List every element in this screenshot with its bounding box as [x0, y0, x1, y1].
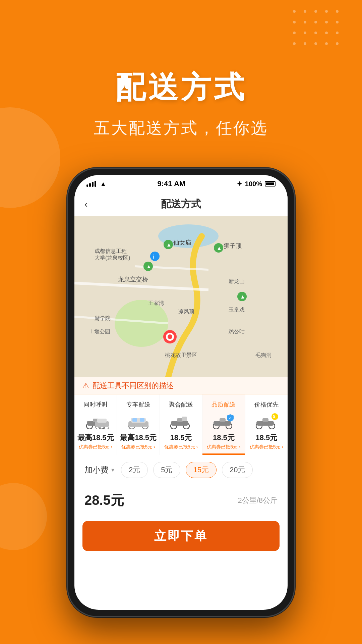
- phone-outer-shell: ▲ 9:41 AM ✦ 100% ‹ 配送方式: [67, 168, 295, 617]
- svg-point-30: [150, 252, 160, 261]
- svg-text:▲: ▲: [240, 294, 245, 300]
- tab-3-icon: [168, 412, 194, 430]
- tab-4-price: 18.5元: [213, 433, 235, 443]
- back-button[interactable]: ‹: [84, 199, 98, 210]
- phone-screen: ▲ 9:41 AM ✦ 100% ‹ 配送方式: [74, 175, 288, 610]
- svg-text:新龙山: 新龙山: [229, 278, 245, 284]
- svg-rect-55: [220, 418, 226, 422]
- nav-bar: ‹ 配送方式: [74, 193, 288, 216]
- tab-3-coupon: 优惠券已抵5元 ›: [164, 444, 198, 450]
- delivery-tabs: 同时呼叫: [74, 394, 288, 455]
- svg-text:狮子顶: 狮子顶: [224, 243, 242, 249]
- addon-pill-5[interactable]: 5元: [153, 462, 180, 478]
- tab-2-price: 最高18.5元: [120, 433, 157, 443]
- tab-1-coupon: 优惠券已抵5元 ›: [79, 444, 112, 450]
- total-price: 28.5元: [84, 491, 124, 509]
- svg-text:毛狗洞: 毛狗洞: [255, 352, 272, 358]
- main-title: 配送方式: [0, 67, 362, 108]
- tab-1-icon: [82, 412, 109, 430]
- status-left: ▲: [86, 180, 106, 187]
- addon-label: 加小费 ▾: [84, 465, 114, 475]
- wifi-icon: ▲: [100, 180, 106, 187]
- svg-text:鸡公咕: 鸡公咕: [228, 329, 245, 334]
- svg-text:仙女庙: 仙女庙: [173, 239, 191, 246]
- tab-2-coupon: 优惠券已抵5元 ›: [121, 444, 155, 450]
- svg-rect-45: [132, 418, 137, 422]
- phone-mockup: ▲ 9:41 AM ✦ 100% ‹ 配送方式: [67, 168, 295, 617]
- svg-rect-59: [256, 421, 274, 426]
- svg-rect-54: [214, 421, 231, 426]
- tab-quality[interactable]: 品质配送 ✓ 18.5元 优惠券已抵5元 ›: [202, 394, 245, 455]
- svg-text:凉风顶: 凉风顶: [178, 309, 194, 314]
- map-area: 龙泉立交桥 王家湾 凉风顶 新龙山 玉皇戏 鸡公咕 I 堰公园 桃花故里景区 毛…: [74, 216, 288, 377]
- tab-3-price: 18.5元: [170, 433, 192, 443]
- tab-5-price: 18.5元: [255, 433, 277, 443]
- warning-text: 配送工具不同区别的描述: [93, 381, 174, 391]
- svg-text:▲: ▲: [146, 264, 152, 269]
- header-section: 配送方式 五大配送方式，任你选: [0, 67, 362, 139]
- tab-4-coupon: 优惠券已抵5元 ›: [207, 444, 240, 450]
- svg-text:¥: ¥: [273, 414, 276, 419]
- svg-rect-46: [140, 418, 144, 422]
- status-bar: ▲ 9:41 AM ✦ 100%: [74, 175, 288, 193]
- nav-title: 配送方式: [161, 197, 201, 211]
- tab-4-icon: ✓: [210, 412, 237, 430]
- dot-grid-decoration: [293, 10, 342, 48]
- warning-banner: ⚠ 配送工具不同区别的描述: [74, 377, 288, 394]
- addon-pill-20[interactable]: 20元: [222, 462, 253, 478]
- svg-text:▲: ▲: [217, 245, 222, 251]
- svg-rect-40: [97, 419, 107, 423]
- svg-text:玉皇戏: 玉皇戏: [229, 307, 245, 313]
- svg-point-29: [168, 334, 172, 339]
- tab-5-coupon: 优惠券已抵5元 ›: [250, 444, 283, 450]
- tab-4-name: 品质配送: [212, 400, 236, 409]
- svg-rect-51: [182, 417, 187, 421]
- tab-3-name: 聚合配送: [169, 400, 193, 409]
- addon-pill-2[interactable]: 2元: [121, 462, 148, 478]
- dropdown-icon[interactable]: ▾: [111, 466, 114, 474]
- distance-info: 2公里/8公斤: [238, 495, 278, 505]
- addon-pill-15[interactable]: 15元: [186, 462, 217, 478]
- svg-text:桃花故里景区: 桃花故里景区: [165, 352, 197, 358]
- battery-percent: 100%: [245, 180, 262, 188]
- svg-text:✓: ✓: [229, 416, 232, 421]
- addon-row: 加小费 ▾ 2元 5元 15元 20元: [74, 455, 288, 485]
- tab-1-name: 同时呼叫: [83, 400, 108, 409]
- svg-rect-49: [171, 421, 188, 426]
- svg-text:I 堰公园: I 堰公园: [91, 329, 110, 334]
- order-button-label: 立即下单: [154, 528, 208, 544]
- svg-rect-60: [262, 418, 268, 422]
- svg-text:王家湾: 王家湾: [148, 300, 164, 306]
- sub-title: 五大配送方式，任你选: [0, 117, 362, 139]
- signal-bars: [86, 181, 96, 187]
- tab-4-active-bar: [202, 453, 245, 455]
- warning-icon: ⚠: [82, 381, 89, 390]
- bluetooth-icon: ✦: [237, 180, 242, 188]
- svg-text:成都信息工程: 成都信息工程: [95, 248, 127, 254]
- price-row: 28.5元 2公里/8公斤: [74, 485, 288, 516]
- status-right: ✦ 100%: [237, 180, 276, 188]
- tab-2-icon: [125, 412, 152, 430]
- tab-5-icon: ¥: [253, 412, 280, 430]
- addon-pills: 2元 5元 15元 20元: [121, 462, 253, 478]
- svg-text:▲: ▲: [166, 242, 172, 248]
- svg-text:游学院: 游学院: [95, 315, 111, 321]
- order-button[interactable]: 立即下单: [82, 521, 280, 551]
- svg-text:i: i: [153, 254, 154, 260]
- status-time: 9:41 AM: [158, 179, 186, 188]
- battery-icon: [265, 181, 276, 186]
- tab-simultaneous-call[interactable]: 同时呼叫: [74, 394, 117, 455]
- svg-text:大学(龙泉校区): 大学(龙泉校区): [95, 255, 130, 261]
- tab-5-name: 价格优先: [254, 400, 279, 409]
- bg-decoration-circle-bottom: [0, 483, 47, 550]
- tab-1-price: 最高18.5元: [77, 433, 114, 443]
- tab-price-first[interactable]: 价格优先 ¥ 18.5元 优惠券已抵5元 ›: [245, 394, 288, 455]
- tab-aggregate[interactable]: 聚合配送 18.5元 优惠券已抵5元 ›: [160, 394, 202, 455]
- svg-text:龙泉立交桥: 龙泉立交桥: [118, 276, 148, 283]
- tab-2-name: 专车配送: [126, 400, 150, 409]
- tab-private-car[interactable]: 专车配送 最高18.5元 优惠券已抵5元 ›: [117, 394, 160, 455]
